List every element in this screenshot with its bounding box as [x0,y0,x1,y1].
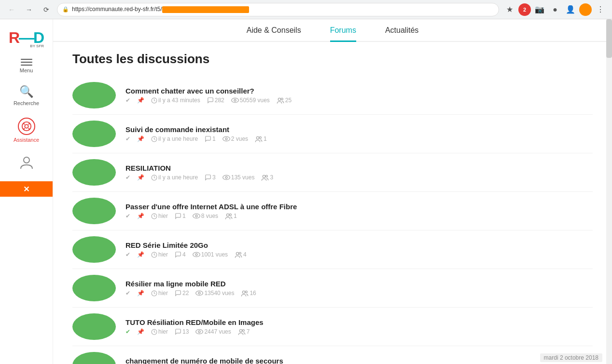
bookmark-button[interactable]: ★ [503,3,516,16]
svg-point-34 [198,292,200,294]
time-ago: hier [151,290,168,297]
svg-point-8 [231,98,238,102]
hamburger-icon [21,59,32,66]
lifebuoy-icon [18,118,35,135]
discussion-title[interactable]: RESILIATION [125,164,593,172]
svg-point-36 [246,291,248,293]
comments-count: 4 [175,251,186,258]
svg-point-10 [278,98,280,100]
forward-button[interactable]: → [22,3,36,16]
check-icon: ✔ [125,213,130,219]
svg-point-24 [195,215,197,217]
time-ago: hier [151,328,168,335]
svg-point-19 [225,176,227,178]
avatar [72,159,116,186]
svg-point-11 [281,98,283,100]
menu-button[interactable]: ⋮ [594,3,607,16]
table-row[interactable]: TUTO Résiliation RED/Mobile en Images ✔ … [72,308,593,346]
page-title: Toutes les discussions [72,52,593,67]
views-count: 13540 vues [195,290,234,297]
sidebar-item-account[interactable] [0,148,53,179]
content-area: Toutes les discussions Comment chatter a… [53,42,612,364]
sidebar-menu-label: Menu [20,67,33,73]
check-icon: ✔ [125,251,130,258]
table-row[interactable]: Passer d'une offre Internet ADSL à une o… [72,192,593,230]
views-count: 135 vues [223,174,255,181]
url-text: https://communaute.red-by-sfr.fr/t5/ [72,6,494,13]
svg-point-26 [229,214,231,216]
svg-point-1 [25,124,28,128]
svg-point-35 [243,291,245,293]
views-count: 50559 vues [231,97,270,104]
extension-button[interactable]: ● [548,3,562,16]
svg-point-21 [266,175,268,177]
users-count: 1 [255,135,267,142]
avatar [72,82,116,108]
table-row[interactable]: RESILIATION ✔ 📌 il y a une heure 3 135 v… [72,153,593,192]
nav-actualites[interactable]: Actualités [385,26,418,42]
discussion-title[interactable]: Comment chatter avec un conseiller? [125,87,593,95]
search-icon: 🔍 [19,85,34,98]
sidebar-item-recherche[interactable]: 🔍 Recherche [0,79,53,112]
svg-point-15 [256,136,259,139]
pin-icon: 📌 [137,213,144,219]
pin-icon: 📌 [137,251,144,258]
svg-point-33 [196,291,203,295]
avatar [72,275,116,301]
account-button[interactable]: 👤 [564,3,577,16]
screenshot-button[interactable]: 📷 [533,3,546,16]
discussion-title[interactable]: RED Série Limitée 20Go [125,241,593,249]
user-avatar[interactable] [579,3,592,16]
table-row[interactable]: Comment chatter avec un conseiller? ✔ 📌 … [72,76,593,115]
nav-aide-conseils[interactable]: Aide & Conseils [247,26,301,42]
sidebar: R — D BY SFR Menu 🔍 Recherche [0,19,53,364]
svg-point-28 [193,252,200,256]
top-nav: Aide & Conseils Forums Actualités [53,19,612,42]
scrollbar-track[interactable] [606,19,612,364]
comments-count: 282 [207,97,224,104]
profile-icon[interactable]: 2 [518,3,531,16]
url-base: https://communaute.red-by-sfr.fr/t5/ [72,6,162,13]
pin-icon: 📌 [137,328,144,335]
discussion-title[interactable]: changement de numéro de mobile de secour… [125,357,593,364]
table-row[interactable]: Suivi de commande inexistant ✔ 📌 il y a … [72,115,593,153]
discussion-meta: ✔ 📌 hier 13 2447 vues 7 [125,328,593,335]
discussion-title[interactable]: Résilier ma ligne mobile RED [125,280,593,288]
page: R — D BY SFR Menu 🔍 Recherche [0,19,612,364]
logo[interactable]: R — D BY SFR [4,24,49,53]
check-icon: ✔ [125,174,130,181]
comments-count: 13 [175,328,189,335]
discussion-title[interactable]: TUTO Résiliation RED/Mobile en Images [125,318,593,326]
avatar [72,352,116,364]
orange-close-bar[interactable]: ✕ [0,181,53,197]
close-icon: ✕ [23,185,29,194]
pin-icon: 📌 [137,174,144,181]
svg-point-23 [193,214,200,218]
discussion-meta: ✔ 📌 il y a une heure 3 135 vues 3 [125,174,593,181]
views-count: 8 vues [193,213,218,219]
discussion-list: Comment chatter avec un conseiller? ✔ 📌 … [72,76,593,364]
time-ago: hier [151,251,168,258]
pin-icon: 📌 [137,135,144,142]
table-row[interactable]: RED Série Limitée 20Go ✔ 📌 hier 4 1001 v… [72,230,593,269]
logo-r: R [9,29,19,47]
svg-point-25 [226,214,229,216]
sidebar-item-menu[interactable]: Menu [0,53,53,79]
svg-line-3 [28,128,29,130]
scrollbar-thumb[interactable] [606,19,612,58]
users-count: 3 [261,174,273,181]
address-bar[interactable]: 🔒 https://communaute.red-by-sfr.fr/t5/ [57,3,499,16]
svg-point-14 [225,138,227,140]
sidebar-item-assistance[interactable]: Assistance [0,112,53,148]
nav-forums[interactable]: Forums [330,26,356,42]
users-count: 16 [241,290,256,297]
time-ago: il y a 43 minutes [151,97,200,104]
table-row[interactable]: Résilier ma ligne mobile RED ✔ 📌 hier 22… [72,269,593,308]
discussion-title[interactable]: Passer d'une offre Internet ADSL à une o… [125,202,593,211]
discussion-title[interactable]: Suivi de commande inexistant [125,125,593,134]
back-button[interactable]: ← [5,3,18,16]
table-row[interactable]: changement de numéro de mobile de secour… [72,346,593,364]
check-icon: ✔ [125,328,130,335]
svg-point-29 [195,254,197,256]
refresh-button[interactable]: ⟳ [40,3,53,16]
